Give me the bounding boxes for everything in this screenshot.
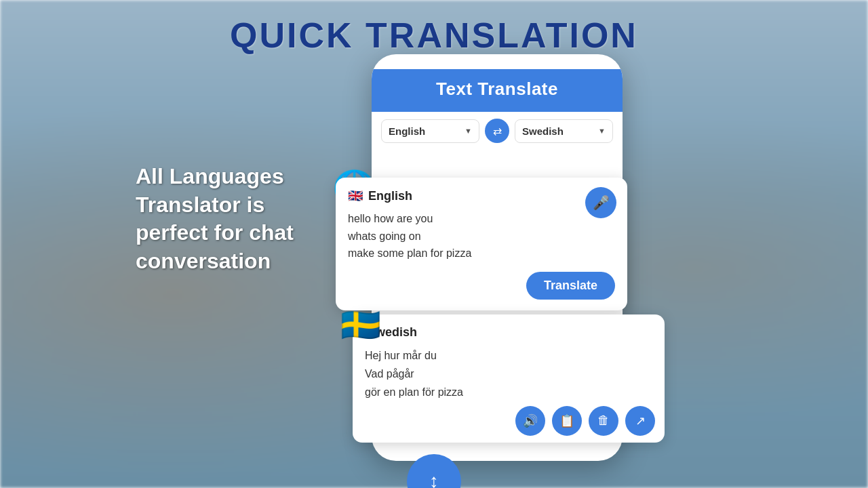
lang-from-label: English: [389, 125, 425, 137]
microphone-button[interactable]: 🎤: [585, 187, 616, 218]
output-text: Hej hur mår du Vad pågår gör en plan för…: [365, 346, 652, 402]
promo-line2: Translator is: [136, 192, 264, 217]
promo-text: All Languages Translator is perfect for …: [136, 163, 366, 275]
input-line1: hello how are you: [348, 210, 615, 228]
promo-line3: perfect for chat: [136, 220, 294, 245]
delete-icon: 🗑: [597, 413, 610, 428]
swap-languages-button[interactable]: ⇄: [485, 119, 509, 143]
phone-lang-bar: English ▼ ⇄ Swedish ▼: [372, 112, 623, 150]
output-line1: Hej hur mår du: [365, 346, 652, 365]
sound-button[interactable]: 🔊: [515, 406, 545, 436]
output-line2: Vad pågår: [365, 365, 652, 383]
lang-from-arrow: ▼: [465, 127, 472, 135]
lang-to-selector[interactable]: Swedish ▼: [515, 119, 613, 143]
phone-notch: [456, 54, 538, 69]
phone-app-title: Text Translate: [436, 79, 558, 100]
output-lang-label: Swedish: [365, 325, 652, 340]
input-card: 🇬🇧 English hello how are you whats going…: [336, 178, 627, 310]
input-flag: 🇬🇧: [348, 188, 363, 203]
mic-icon: 🎤: [593, 195, 610, 211]
sound-icon: 🔊: [523, 413, 538, 428]
share-icon: ↗: [635, 413, 646, 428]
bottom-circle-icon: ↕: [429, 470, 439, 488]
phone-header: Text Translate: [372, 69, 623, 112]
input-line3: make some plan for pizza: [348, 245, 615, 262]
input-line2: whats going on: [348, 228, 615, 245]
output-actions: 🔊 📋 🗑 ↗: [515, 406, 655, 436]
output-line3: gör en plan för pizza: [365, 383, 652, 401]
input-lang-name: English: [368, 189, 412, 203]
output-card: Swedish Hej hur mår du Vad pågår gör en …: [353, 314, 665, 443]
copy-button[interactable]: 📋: [552, 406, 582, 436]
promo-line1: All Languages: [136, 164, 284, 188]
copy-icon: 📋: [559, 413, 574, 428]
delete-button[interactable]: 🗑: [589, 406, 618, 436]
lang-to-arrow: ▼: [598, 127, 606, 135]
share-button[interactable]: ↗: [625, 406, 655, 436]
lang-to-label: Swedish: [522, 125, 564, 137]
promo-line4: conversation: [136, 249, 271, 273]
translate-button[interactable]: Translate: [526, 272, 615, 300]
input-text: hello how are you whats going on make so…: [348, 210, 615, 262]
page-title: QUICK TRANSLATION: [0, 15, 868, 56]
lang-from-selector[interactable]: English ▼: [381, 119, 479, 143]
input-lang-label: 🇬🇧 English: [348, 188, 615, 203]
swedish-flag-icon: 🇸🇪: [340, 306, 381, 344]
